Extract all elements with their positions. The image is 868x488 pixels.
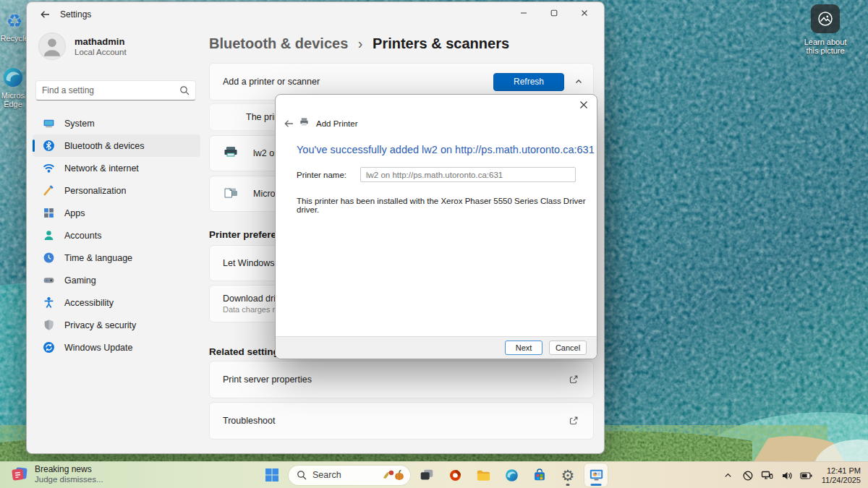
minimize-button[interactable] bbox=[509, 2, 539, 24]
notifications-off-icon[interactable] bbox=[741, 467, 755, 484]
titlebar: Settings bbox=[27, 2, 604, 27]
taskbar-search-label: Search bbox=[312, 470, 375, 480]
sidebar-item-network-internet[interactable]: Network & internet bbox=[33, 157, 200, 179]
sidebar-item-apps[interactable]: Apps bbox=[33, 202, 200, 224]
printer-pdf-icon bbox=[223, 184, 239, 203]
search-icon bbox=[297, 470, 307, 480]
seasonal-decoration-icon bbox=[381, 468, 406, 482]
sidebar-item-label: Accounts bbox=[64, 231, 101, 241]
taskbar-search[interactable]: Search bbox=[289, 466, 410, 485]
edge-browser-button[interactable] bbox=[500, 463, 523, 487]
taskbar: Breaking news Judge dismisses... Search bbox=[0, 461, 868, 488]
folder-icon bbox=[475, 467, 492, 484]
close-button[interactable] bbox=[569, 2, 600, 24]
success-heading: You've successfully added lw2 on http://… bbox=[297, 144, 595, 155]
external-link-icon bbox=[569, 416, 579, 426]
breadcrumb: Bluetooth & devices › Printers & scanner… bbox=[209, 35, 509, 52]
office-app-button[interactable] bbox=[443, 463, 467, 487]
desktop: ♻ Recycle Micros Edge Learn about this p… bbox=[0, 0, 868, 488]
start-button[interactable] bbox=[260, 463, 284, 487]
user-info: mathadmin Local Account bbox=[75, 36, 127, 56]
task-view-icon bbox=[419, 467, 435, 483]
volume-icon[interactable] bbox=[780, 467, 794, 484]
breadcrumb-parent[interactable]: Bluetooth & devices bbox=[209, 35, 348, 51]
sidebar-item-accessibility[interactable]: Accessibility bbox=[33, 291, 200, 314]
learn-about-picture-button[interactable]: Learn about this picture bbox=[797, 4, 854, 55]
back-arrow-icon bbox=[284, 119, 294, 129]
sidebar-item-accounts[interactable]: Accounts bbox=[33, 224, 200, 247]
avatar bbox=[38, 33, 66, 60]
print-server-properties-row[interactable]: Print server properties bbox=[209, 361, 594, 398]
settings-app-button[interactable]: ⚙ bbox=[556, 463, 579, 487]
sidebar-item-label: Accessibility bbox=[64, 298, 114, 308]
next-button[interactable]: Next bbox=[505, 341, 542, 355]
window-back-button[interactable] bbox=[40, 9, 50, 20]
maximize-button[interactable] bbox=[539, 2, 569, 24]
dialog-close-button[interactable] bbox=[579, 100, 588, 109]
store-icon bbox=[532, 467, 548, 483]
clock[interactable]: 12:41 PM 11/24/2025 bbox=[822, 466, 861, 485]
sidebar-item-privacy-security[interactable]: Privacy & security bbox=[33, 314, 200, 336]
driver-installed-text: This printer has been installed with the… bbox=[297, 197, 597, 214]
file-explorer-button[interactable] bbox=[472, 463, 495, 487]
sidebar-item-label: System bbox=[64, 119, 95, 129]
page-title: Printers & scanners bbox=[373, 35, 509, 51]
minimize-icon bbox=[519, 9, 528, 17]
printer-name-input[interactable] bbox=[360, 167, 576, 182]
related-settings-heading: Related settings bbox=[209, 346, 284, 357]
sidebar-item-gaming[interactable]: Gaming bbox=[33, 269, 200, 291]
settings-search-input[interactable] bbox=[36, 85, 179, 95]
windows-logo-icon bbox=[264, 467, 280, 483]
dialog-footer: Next Cancel bbox=[276, 336, 597, 359]
edge-icon bbox=[2, 67, 24, 88]
sidebar-item-windows-update[interactable]: Windows Update bbox=[33, 336, 200, 359]
external-link-icon bbox=[569, 374, 579, 385]
clock-date: 11/24/2025 bbox=[822, 476, 861, 485]
sidebar-item-system[interactable]: System bbox=[33, 112, 200, 134]
wizard-window-icon bbox=[588, 467, 605, 484]
printer-name-row: Printer name: bbox=[297, 167, 586, 182]
recycle-bin-icon: ♻ bbox=[6, 10, 22, 32]
sidebar-item-personalization[interactable]: Personalization bbox=[33, 179, 200, 202]
printer-icon bbox=[223, 144, 239, 163]
system-icon bbox=[43, 117, 55, 129]
dialog-back-button[interactable] bbox=[284, 119, 294, 129]
settings-search-box bbox=[35, 80, 196, 100]
picture-icon bbox=[811, 4, 840, 33]
add-printer-wizard-taskbar-button[interactable] bbox=[584, 463, 608, 487]
shield-icon bbox=[43, 319, 55, 331]
search-icon bbox=[179, 85, 190, 95]
sidebar-item-label: Privacy & security bbox=[64, 320, 136, 330]
sidebar-item-label: Network & internet bbox=[64, 163, 139, 174]
sidebar-item-time-language[interactable]: Time & language bbox=[33, 247, 200, 269]
office-icon bbox=[448, 468, 463, 483]
printer-not-listed-label: The prin bbox=[246, 112, 279, 122]
troubleshoot-row[interactable]: Troubleshoot bbox=[209, 402, 594, 440]
gamepad-icon bbox=[43, 274, 55, 286]
microsoft-store-button[interactable] bbox=[528, 463, 551, 487]
battery-icon[interactable] bbox=[799, 467, 814, 484]
refresh-button[interactable]: Refresh bbox=[493, 73, 564, 91]
accounts-icon bbox=[43, 229, 55, 241]
sidebar-item-bluetooth-devices[interactable]: Bluetooth & devices bbox=[33, 134, 200, 157]
task-view-button[interactable] bbox=[415, 463, 438, 487]
chevron-up-icon[interactable] bbox=[574, 77, 583, 86]
sidebar-item-label: Bluetooth & devices bbox=[64, 141, 145, 151]
sidebar-item-label: Gaming bbox=[64, 275, 96, 286]
system-tray: 12:41 PM 11/24/2025 bbox=[721, 462, 861, 488]
close-icon bbox=[579, 100, 588, 109]
user-account-block[interactable]: mathadmin Local Account bbox=[38, 33, 127, 60]
cancel-button[interactable]: Cancel bbox=[549, 341, 587, 355]
dialog-title: Add Printer bbox=[316, 119, 358, 128]
active-window-indicator bbox=[591, 484, 602, 486]
maximize-icon bbox=[550, 9, 558, 17]
sidebar-item-label: Personalization bbox=[64, 186, 126, 196]
printer-name-label: Printer name: bbox=[297, 171, 360, 179]
hidden-icons-chevron[interactable] bbox=[721, 467, 736, 484]
bluetooth-icon bbox=[43, 140, 55, 152]
account-type: Local Account bbox=[75, 48, 127, 56]
user-name: mathadmin bbox=[75, 36, 127, 47]
add-printer-label: Add a printer or scanner bbox=[223, 77, 320, 87]
update-icon bbox=[43, 341, 55, 354]
network-icon[interactable] bbox=[760, 467, 775, 484]
